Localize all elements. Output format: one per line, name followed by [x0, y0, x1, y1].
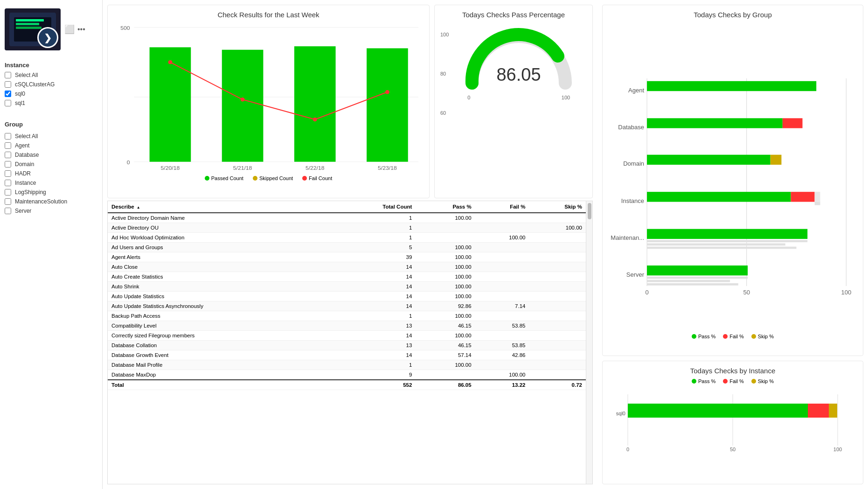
- cell-skip: [529, 360, 586, 370]
- group-item-agent[interactable]: Agent: [0, 141, 102, 150]
- group-item-domain[interactable]: Domain: [0, 160, 102, 169]
- monitor-icon: ⬜: [64, 24, 75, 35]
- group-item-hadr[interactable]: HADR: [0, 169, 102, 178]
- instance-select-all-checkbox[interactable]: [5, 72, 11, 78]
- menu-icon[interactable]: •••: [77, 25, 85, 34]
- svg-rect-32: [791, 192, 815, 202]
- legend-inst-skip-label: Skip %: [758, 378, 774, 384]
- svg-text:100: 100: [833, 447, 842, 452]
- cell-total: 14: [333, 331, 416, 341]
- group-label-agent[interactable]: Agent: [15, 142, 29, 149]
- instance-item-sql0[interactable]: sql0: [0, 89, 102, 98]
- table-scrollbar[interactable]: [586, 201, 592, 484]
- cell-fail: [475, 311, 529, 321]
- svg-rect-38: [647, 247, 796, 249]
- cell-pass: 100.00: [416, 262, 475, 272]
- group-select-all[interactable]: Select All: [0, 132, 102, 141]
- svg-rect-42: [647, 283, 738, 286]
- instance-chart-card: Todays Checks by Instance Pass % Fail %: [602, 361, 863, 484]
- group-item-instance[interactable]: Instance: [0, 178, 102, 188]
- cell-describe: Auto Update Statistics: [108, 292, 333, 301]
- gauge-chart-card: Todays Checks Pass Percentage 100 80 60: [434, 5, 593, 198]
- gauge-y-80: 80: [440, 71, 449, 77]
- cell-pass: 100.00: [416, 282, 475, 292]
- instance-select-all-label[interactable]: Select All: [15, 72, 38, 78]
- group-checkbox-server[interactable]: [5, 208, 11, 214]
- svg-rect-30: [771, 155, 782, 165]
- group-checkbox-agent[interactable]: [5, 142, 11, 149]
- table-row: Database Growth Event 14 57.14 42.86: [108, 350, 586, 360]
- cell-total: 5: [333, 243, 416, 252]
- group-select-all-checkbox[interactable]: [5, 133, 11, 140]
- cell-skip: 100.00: [529, 223, 586, 233]
- sort-arrow-describe[interactable]: ▲: [137, 205, 140, 210]
- legend-inst-fail-label: Fail %: [729, 378, 744, 384]
- group-label-instance[interactable]: Instance: [15, 180, 36, 186]
- svg-text:50: 50: [743, 289, 750, 296]
- group-item-database[interactable]: Database: [0, 150, 102, 160]
- table-scroll-area[interactable]: Describe ▲ Total Count Pass % Fail % Ski…: [108, 201, 586, 484]
- instance-checkbox-sql0[interactable]: [5, 91, 11, 97]
- group-label-database[interactable]: Database: [15, 152, 39, 158]
- footer-skip: 0.72: [529, 380, 586, 390]
- table-row: Agent Alerts 39 100.00: [108, 252, 586, 262]
- group-label-server[interactable]: Server: [15, 208, 31, 214]
- cell-pass: 100.00: [416, 272, 475, 282]
- gauge-scale-max: 100: [562, 95, 570, 100]
- instance-item-cSQLClusterAG[interactable]: cSQLClusterAG: [0, 80, 102, 89]
- instance-label-cSQLClusterAG[interactable]: cSQLClusterAG: [15, 81, 55, 88]
- svg-text:Database: Database: [618, 124, 644, 131]
- legend-group-fail-label: Fail %: [729, 334, 744, 339]
- scrollbar-thumb[interactable]: [588, 203, 591, 219]
- cell-skip: [529, 282, 586, 292]
- table-row: Database Mail Profile 1 100.00: [108, 360, 586, 370]
- table-header: Describe ▲ Total Count Pass % Fail % Ski…: [108, 201, 586, 213]
- cell-describe: Correctly sized Filegroup members: [108, 331, 333, 341]
- svg-point-5: [168, 60, 172, 64]
- group-label-logshipping[interactable]: LogShipping: [15, 189, 46, 196]
- group-label-hadr[interactable]: HADR: [15, 170, 31, 177]
- col-describe: Describe ▲: [108, 201, 333, 213]
- group-label-maintenancesolution[interactable]: MaintenanceSolution: [15, 198, 67, 205]
- instance-label-sql0[interactable]: sql0: [15, 91, 25, 97]
- group-checkbox-hadr[interactable]: [5, 170, 11, 177]
- cell-describe: Auto Shrink: [108, 282, 333, 292]
- bar-passed-1: [150, 47, 191, 161]
- cell-total: 13: [333, 341, 416, 350]
- group-checkbox-database[interactable]: [5, 152, 11, 158]
- group-item-maintenancesolution[interactable]: MaintenanceSolution: [0, 197, 102, 206]
- instance-item-sql1[interactable]: sql1: [0, 98, 102, 108]
- svg-text:Server: Server: [626, 271, 645, 278]
- cell-total: 1: [333, 233, 416, 243]
- cell-describe: Compatibility Level: [108, 321, 333, 331]
- instance-select-all[interactable]: Select All: [0, 70, 102, 80]
- table-row: Auto Update Statistics 14 100.00: [108, 292, 586, 301]
- cell-pass: 57.14: [416, 350, 475, 360]
- cell-total: 14: [333, 301, 416, 311]
- svg-rect-29: [647, 155, 771, 165]
- group-checkbox-maintenancesolution[interactable]: [5, 198, 11, 205]
- group-checkbox-logshipping[interactable]: [5, 189, 11, 196]
- svg-text:5/22/18: 5/22/18: [306, 165, 325, 171]
- legend-group-fail-dot: [723, 334, 728, 339]
- legend-passed: Passed Count: [205, 175, 243, 181]
- group-checkbox-instance[interactable]: [5, 180, 11, 186]
- instance-checkbox-cSQLClusterAG[interactable]: [5, 81, 11, 88]
- cell-fail: 53.85: [475, 321, 529, 331]
- cell-skip: [529, 262, 586, 272]
- cell-describe: Database Mail Profile: [108, 360, 333, 370]
- group-label-domain[interactable]: Domain: [15, 161, 34, 168]
- instance-label-sql1[interactable]: sql1: [15, 100, 25, 106]
- table-row: Active Directory OU 1 100.00: [108, 223, 586, 233]
- group-checkbox-domain[interactable]: [5, 161, 11, 168]
- legend-inst-pass-dot: [692, 379, 696, 384]
- instance-checkbox-sql1[interactable]: [5, 100, 11, 106]
- svg-rect-31: [647, 192, 791, 202]
- cell-describe: Database MaxDop: [108, 370, 333, 380]
- checks-table: Describe ▲ Total Count Pass % Fail % Ski…: [108, 201, 586, 390]
- group-select-all-label[interactable]: Select All: [15, 133, 38, 140]
- legend-fail-dot: [302, 176, 307, 181]
- group-item-logshipping[interactable]: LogShipping: [0, 188, 102, 197]
- bar-passed-3: [294, 46, 336, 161]
- group-item-server[interactable]: Server: [0, 206, 102, 216]
